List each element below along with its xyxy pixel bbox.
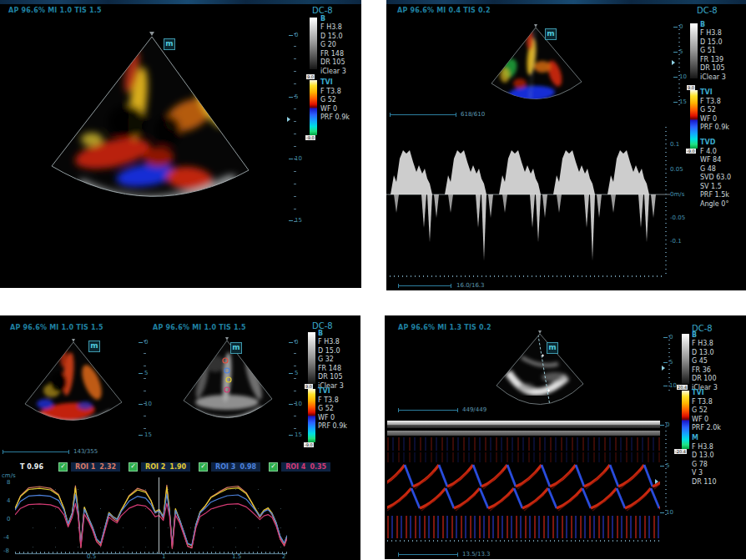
- param-line: F 4.0: [700, 148, 731, 157]
- frame-counter: 143/355: [73, 448, 98, 455]
- roi-4-checkbox[interactable]: ✓: [269, 462, 278, 472]
- roi-1-checkbox[interactable]: ✓: [58, 462, 68, 472]
- tvi-sector-thumbnail: [480, 17, 592, 113]
- b-mode-params: F H3.8 D 15.0 G 51 FR 139 DR 105 iClear …: [700, 29, 726, 82]
- tvd-title: TVD: [700, 139, 731, 148]
- depth-tick: 10: [663, 382, 677, 389]
- param-line: G 48: [700, 165, 731, 174]
- velocity-scale-bottom: -9.0: [304, 442, 314, 447]
- param-line: SV 1.5: [700, 183, 731, 192]
- param-line: PRF 0.9k: [700, 124, 729, 133]
- tvi-sector-image-left: [15, 335, 132, 434]
- tvi-params: TVI F T3.8 G 52 WF 0 PRF 0.9k: [320, 78, 350, 123]
- focus-marker-icon: [655, 479, 658, 484]
- b-mode-params: F H3.8 D 15.0 G 32 FR 148 DR 105 iClear …: [318, 338, 344, 391]
- acoustic-power-readout: AP 96.6% MI 0.4 TIS 0.2: [397, 7, 491, 14]
- tvi-sector-image: [33, 28, 267, 225]
- roi-2-checkbox[interactable]: ✓: [129, 462, 138, 472]
- depth-tick: 10: [673, 73, 687, 80]
- depth-value: 0: [295, 32, 298, 38]
- acoustic-power-readout: AP 96.6% MI 1.0 TIS 1.5: [8, 7, 102, 14]
- roi-3-checkbox[interactable]: ✓: [199, 462, 208, 472]
- grayscale-map-bar: [682, 334, 689, 384]
- mindray-logo: m: [164, 38, 175, 50]
- probe-orientation-mark: [149, 32, 154, 36]
- param-line: WF 0: [318, 414, 347, 423]
- roi-legend-item: ✓ ROI 12.32: [58, 462, 120, 472]
- y-tick: 0: [7, 516, 10, 522]
- b-mode-title: B: [692, 331, 697, 341]
- param-line: PRF 1.5k: [700, 191, 731, 200]
- time-axis-ticks: [387, 540, 660, 542]
- param-line: iClear 3: [320, 68, 346, 77]
- grayscale-map-bar: [690, 23, 698, 78]
- m-depth-tick: 10: [660, 509, 673, 516]
- depth-value: 10: [295, 401, 302, 407]
- param-line: DR 105: [318, 373, 344, 382]
- tvi-title: TVI: [320, 78, 350, 88]
- param-line: FR 148: [320, 50, 346, 59]
- y-tick: 4: [7, 497, 10, 504]
- y-tick: -8: [3, 547, 9, 554]
- param-line: F T3.8: [320, 88, 350, 97]
- depth-value: 0: [679, 23, 683, 30]
- depth-ruler-ticks: [678, 25, 680, 108]
- b-mode-title: B: [320, 15, 325, 24]
- panel-color-m-mode: AP 96.6% MI 1.3 TIS 0.2 DC-8 m 0 5 10 44…: [385, 315, 746, 559]
- param-line: G 52: [318, 405, 347, 414]
- depth-value: 15: [679, 98, 687, 105]
- time-axis-ticks: [390, 275, 665, 277]
- param-line: F T3.8: [700, 98, 729, 107]
- y-tick: -4: [3, 534, 9, 541]
- roi-value: 2.32: [99, 463, 116, 471]
- roi-velocity-curves: [15, 477, 287, 554]
- frame-cursor-line[interactable]: [159, 477, 159, 554]
- depth-tick: 5: [289, 370, 298, 376]
- roi-label: ROI 4: [285, 463, 305, 471]
- depth-value: 5: [666, 462, 669, 469]
- depth-value: 10: [669, 382, 677, 389]
- param-line: V 3: [692, 469, 717, 478]
- param-line: G 45: [692, 357, 718, 366]
- roi-3-label-strip: ROI 30.98: [211, 462, 260, 472]
- velocity-scale-bottom: -9.0: [305, 135, 315, 140]
- param-line: iClear 3: [700, 73, 726, 83]
- tvi-color-map-bar: [308, 389, 315, 442]
- m-depth-axis-ticks: [665, 422, 667, 516]
- m-depth-tick: 5: [660, 462, 669, 469]
- b-mode-title: B: [700, 21, 705, 30]
- velocity-axis-label: -0.05: [670, 214, 685, 221]
- param-line: D 13.0: [692, 349, 718, 358]
- param-line: G 52: [320, 96, 350, 105]
- x-tick: 1: [162, 553, 165, 560]
- tvi-title: TVI: [318, 387, 347, 396]
- param-line: G 20: [320, 41, 346, 50]
- b-mode-params: F H3.8 D 15.0 G 20 FR 148 DR 105 iClear …: [320, 23, 346, 76]
- m-mode-title: M: [692, 434, 717, 443]
- x-axis-ticks: [15, 552, 287, 553]
- depth-value: 5: [144, 370, 148, 376]
- mindray-logo: m: [545, 28, 557, 40]
- depth-value: 15: [295, 431, 302, 438]
- depth-value: 0: [295, 339, 298, 346]
- param-line: PRF 0.9k: [318, 422, 347, 431]
- velocity-scale-top: 20.4: [677, 385, 688, 390]
- param-line: F H3.8: [320, 23, 346, 33]
- param-line: FR 139: [700, 56, 726, 65]
- roi-value: 1.90: [169, 463, 186, 471]
- x-tick: 2: [282, 553, 285, 560]
- panel-tvi-quantification: AP 96.6% MI 1.0 TIS 1.5 AP 96.6% MI 1.0 …: [0, 315, 360, 560]
- depth-value: 15: [295, 217, 302, 224]
- depth-value: 0: [144, 339, 148, 346]
- depth-ruler-ticks-left: [144, 341, 146, 434]
- time-scale-line: [398, 285, 451, 286]
- tvi-params: TVI F T3.8 G 52 WF 0 PRF 0.9k: [318, 387, 347, 431]
- roi-2-label-strip: ROI 21.90: [141, 462, 190, 472]
- param-line: PRF 0.9k: [320, 114, 350, 123]
- device-model-label: DC-8: [312, 6, 333, 15]
- param-line: DR 110: [692, 478, 717, 487]
- focus-marker-icon: [287, 117, 290, 122]
- frame-scale-line: [3, 452, 69, 452]
- velocity-axis-label: 0m/s: [670, 191, 684, 198]
- param-line: F H3.8: [692, 340, 718, 349]
